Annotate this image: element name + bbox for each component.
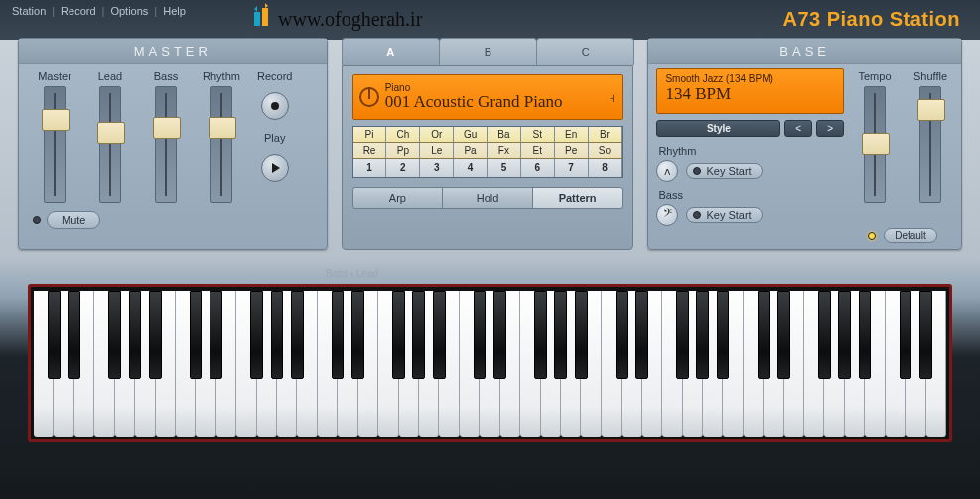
black-key[interactable] <box>291 291 304 379</box>
black-key[interactable] <box>859 291 872 379</box>
master-title: MASTER <box>19 39 327 64</box>
black-key[interactable] <box>900 291 912 379</box>
category-cell[interactable]: Gu <box>454 127 488 142</box>
black-key[interactable] <box>717 291 730 379</box>
black-key[interactable] <box>575 291 588 379</box>
rhythm-label: Rhythm <box>658 145 844 157</box>
preset-number[interactable]: 2 <box>386 159 420 177</box>
arp-button[interactable]: Arp <box>352 187 444 209</box>
category-cell[interactable]: En <box>555 127 589 142</box>
category-cell[interactable]: Or <box>420 127 454 142</box>
black-key[interactable] <box>271 291 284 379</box>
category-cell[interactable]: So <box>589 143 623 158</box>
preset-number[interactable]: 8 <box>589 159 623 177</box>
category-cell[interactable]: St <box>521 127 555 142</box>
mute-button[interactable]: Mute <box>47 211 100 229</box>
record-button[interactable] <box>261 92 289 120</box>
slider-label-master: Master <box>38 70 71 82</box>
style-next-button[interactable]: > <box>816 120 844 137</box>
bass-keystart-button[interactable]: Key Start <box>686 207 762 223</box>
black-key[interactable] <box>758 291 770 379</box>
patch-display[interactable]: Piano 001 Acoustic Grand Piano ⫞ <box>352 74 624 120</box>
style-display[interactable]: Smooth Jazz (134 BPM) 134 BPM <box>656 68 844 114</box>
black-key[interactable] <box>696 291 709 379</box>
menu-help[interactable]: Help <box>163 5 186 17</box>
black-key[interactable] <box>676 291 689 379</box>
app-title: A73 Piano Station <box>782 8 960 31</box>
pattern-button[interactable]: Pattern <box>532 187 624 209</box>
black-key[interactable] <box>433 291 446 379</box>
black-key[interactable] <box>635 291 648 379</box>
play-button[interactable] <box>261 154 289 182</box>
power-icon[interactable] <box>359 87 379 107</box>
preset-number[interactable]: 4 <box>454 159 488 177</box>
category-cell[interactable]: Le <box>420 143 454 158</box>
led-icon <box>693 167 701 175</box>
split-marker-label: Bass ᵼ Lead <box>326 268 952 280</box>
category-cell[interactable]: Fx <box>488 143 521 158</box>
category-cell[interactable]: Et <box>521 143 555 158</box>
tab-a[interactable]: A <box>342 38 440 65</box>
preset-number[interactable]: 7 <box>555 159 589 177</box>
black-key[interactable] <box>554 291 567 379</box>
black-key[interactable] <box>493 291 506 379</box>
black-key[interactable] <box>392 291 405 379</box>
watermark-logo-icon <box>248 2 278 32</box>
black-key[interactable] <box>250 291 263 379</box>
slider-label-rhythm: Rhythm <box>203 70 240 82</box>
preset-number[interactable]: 1 <box>353 159 387 177</box>
category-cell[interactable]: Pp <box>386 143 420 158</box>
black-key[interactable] <box>68 291 80 379</box>
category-cell[interactable]: Pi <box>353 127 387 142</box>
patch-selector-icon[interactable]: ⫞ <box>609 90 616 105</box>
black-key[interactable] <box>332 291 345 379</box>
bass-clef-icon[interactable]: 𝄢 <box>656 204 678 226</box>
black-key[interactable] <box>108 291 121 379</box>
slider-rhythm[interactable] <box>210 86 232 203</box>
hold-button[interactable]: Hold <box>442 187 533 209</box>
default-led-icon <box>868 232 876 240</box>
default-button[interactable]: Default <box>884 228 937 243</box>
category-cell[interactable]: Ba <box>488 127 521 142</box>
slider-master[interactable] <box>44 86 66 203</box>
style-button[interactable]: Style <box>656 120 780 137</box>
category-cell[interactable]: Ch <box>386 127 420 142</box>
slider-bass[interactable] <box>155 86 177 203</box>
menu-station[interactable]: Station <box>12 5 46 17</box>
category-cell[interactable]: Re <box>353 143 387 158</box>
black-key[interactable] <box>48 291 61 379</box>
slider-shuffle[interactable] <box>919 86 941 203</box>
category-cell[interactable]: Br <box>589 127 623 142</box>
black-key[interactable] <box>149 291 162 379</box>
metronome-icon[interactable]: ᴧ <box>656 160 678 182</box>
menu-record[interactable]: Record <box>61 5 95 17</box>
slider-lead[interactable] <box>99 86 121 203</box>
preset-number[interactable]: 5 <box>488 159 521 177</box>
black-key[interactable] <box>210 291 222 379</box>
master-panel: MASTER Master Lead Bass Rhythm Record Pl… <box>18 38 328 250</box>
menu-options[interactable]: Options <box>110 5 148 17</box>
tab-b[interactable]: B <box>439 38 537 65</box>
black-key[interactable] <box>616 291 629 379</box>
record-icon <box>271 102 279 110</box>
preset-number[interactable]: 3 <box>420 159 454 177</box>
black-key[interactable] <box>777 291 790 379</box>
style-prev-button[interactable]: < <box>784 120 812 137</box>
slider-tempo[interactable] <box>864 86 886 203</box>
category-cell[interactable]: Pa <box>454 143 488 158</box>
tab-c[interactable]: C <box>536 38 634 65</box>
black-key[interactable] <box>919 291 932 379</box>
black-key[interactable] <box>190 291 203 379</box>
tempo-value: 134 BPM <box>665 84 835 104</box>
black-key[interactable] <box>818 291 831 379</box>
preset-number[interactable]: 6 <box>521 159 555 177</box>
black-key[interactable] <box>412 291 425 379</box>
black-key[interactable] <box>351 291 364 379</box>
black-key[interactable] <box>534 291 547 379</box>
category-cell[interactable]: Pe <box>555 143 589 158</box>
rhythm-keystart-button[interactable]: Key Start <box>686 163 762 179</box>
black-key[interactable] <box>129 291 142 379</box>
piano-keyboard[interactable] <box>28 284 952 442</box>
black-key[interactable] <box>474 291 487 379</box>
black-key[interactable] <box>838 291 851 379</box>
